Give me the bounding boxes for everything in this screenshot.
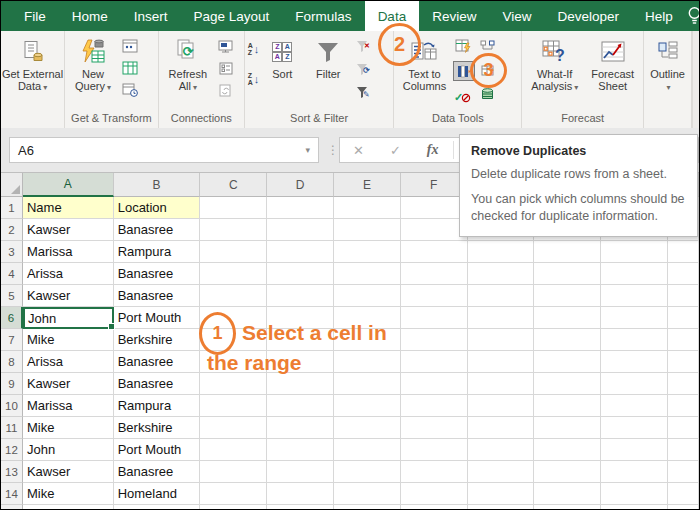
cell-B8[interactable]: Banasree [114,351,201,373]
cancel-icon[interactable]: ✕ [340,143,377,158]
row-header-5[interactable]: 5 [1,285,23,307]
cell-partial12[interactable] [668,439,699,461]
cell-F14[interactable] [401,483,468,505]
cell-C5[interactable] [200,285,267,307]
data-validation-icon[interactable]: ✓ [453,87,473,105]
cell-A9[interactable]: Kawser [23,373,114,395]
new-query-button[interactable]: New Query▾ [67,35,119,95]
cell-H6[interactable] [534,307,601,329]
get-external-data-button[interactable]: Get External Data▾ [0,35,65,95]
cell-C13[interactable] [200,461,267,483]
cell-G15[interactable] [468,505,535,509]
cell-H9[interactable] [534,373,601,395]
cell-I7[interactable] [601,329,668,351]
cell-partial7[interactable] [668,329,699,351]
outline-button[interactable]: Outline ▾ [648,35,687,95]
cell-E14[interactable] [334,483,401,505]
cell-D1[interactable] [267,197,334,219]
row-header-6[interactable]: 6 [1,307,23,329]
col-header-A[interactable]: A [23,173,114,197]
cell-G3[interactable] [468,241,535,263]
cell-B7[interactable]: Berkshire [114,329,201,351]
cell-A10[interactable]: Marissa [23,395,114,417]
select-all-button[interactable] [1,173,23,197]
name-box[interactable]: A6 ▾ [9,137,319,163]
cell-D15[interactable] [267,505,334,509]
cell-C14[interactable] [200,483,267,505]
cell-B5[interactable]: Banasree [114,285,201,307]
tab-page-layout[interactable]: Page Layout [181,1,283,31]
sort-button[interactable]: ZAAZ Sort [260,35,304,81]
cell-F10[interactable] [401,395,468,417]
connections-icon[interactable] [216,37,236,55]
clear-filter-icon[interactable]: ✕ [353,37,373,55]
cell-I12[interactable] [601,439,668,461]
cell-G8[interactable] [468,351,535,373]
cell-A2[interactable]: Kawser [23,219,114,241]
insert-function-icon[interactable]: fx [414,142,452,158]
cell-E15[interactable] [334,505,401,509]
cell-partial6[interactable] [668,307,699,329]
row-header-3[interactable]: 3 [1,241,23,263]
cell-C12[interactable] [200,439,267,461]
cell-G10[interactable] [468,395,535,417]
cell-A8[interactable]: Arissa [23,351,114,373]
cell-A4[interactable]: Arissa [23,263,114,285]
what-if-analysis-button[interactable]: ? What-If Analysis▾ [525,35,585,95]
lightbulb-icon[interactable] [686,5,700,27]
filter-button[interactable]: Filter [304,35,352,81]
tab-view[interactable]: View [489,1,544,31]
cell-I8[interactable] [601,351,668,373]
dots-separator-icon[interactable]: ⋮ [327,143,339,157]
cell-F4[interactable] [401,263,468,285]
cell-A11[interactable]: Mike [23,417,114,439]
cell-H12[interactable] [534,439,601,461]
refresh-all-button[interactable]: ⟳ Refresh All▾ [161,35,215,95]
cell-I14[interactable] [601,483,668,505]
cell-D13[interactable] [267,461,334,483]
tab-insert[interactable]: Insert [121,1,181,31]
tab-formulas[interactable]: Formulas [282,1,364,31]
advanced-filter-icon[interactable]: ✎ [353,83,373,101]
cell-F11[interactable] [401,417,468,439]
row-header-4[interactable]: 4 [1,263,23,285]
cell-H4[interactable] [534,263,601,285]
cell-H3[interactable] [534,241,601,263]
cell-A12[interactable]: John [23,439,114,461]
cell-I6[interactable] [601,307,668,329]
cell-partial10[interactable] [668,395,699,417]
cell-F3[interactable] [401,241,468,263]
tab-review[interactable]: Review [419,1,489,31]
cell-E13[interactable] [334,461,401,483]
from-web-icon[interactable] [120,37,140,55]
col-header-E[interactable]: E [334,173,401,197]
cell-E2[interactable] [334,219,401,241]
cell-B3[interactable]: Rampura [114,241,201,263]
tab-help[interactable]: Help [632,1,686,31]
cell-D2[interactable] [267,219,334,241]
cell-H10[interactable] [534,395,601,417]
cell-C15[interactable] [200,505,267,509]
cell-A14[interactable]: Mike [23,483,114,505]
cell-H15[interactable] [534,505,601,509]
cell-F2[interactable] [401,219,468,241]
cell-A1[interactable]: Name [23,197,114,219]
cell-I9[interactable] [601,373,668,395]
cell-G6[interactable] [468,307,535,329]
cell-B11[interactable]: Berkshire [114,417,201,439]
cell-E5[interactable] [334,285,401,307]
cell-C4[interactable] [200,263,267,285]
cell-F6[interactable] [401,307,468,329]
cell-G12[interactable] [468,439,535,461]
cell-F7[interactable] [401,329,468,351]
row-header-12[interactable]: 12 [1,439,23,461]
cell-I5[interactable] [601,285,668,307]
cell-partial9[interactable] [668,373,699,395]
cell-partial15[interactable] [668,505,699,509]
cell-B9[interactable]: Banasree [114,373,201,395]
cell-F13[interactable] [401,461,468,483]
cell-I10[interactable] [601,395,668,417]
reapply-filter-icon[interactable]: ⟳ [353,60,373,78]
cell-E1[interactable] [334,197,401,219]
row-header-8[interactable]: 8 [1,351,23,373]
